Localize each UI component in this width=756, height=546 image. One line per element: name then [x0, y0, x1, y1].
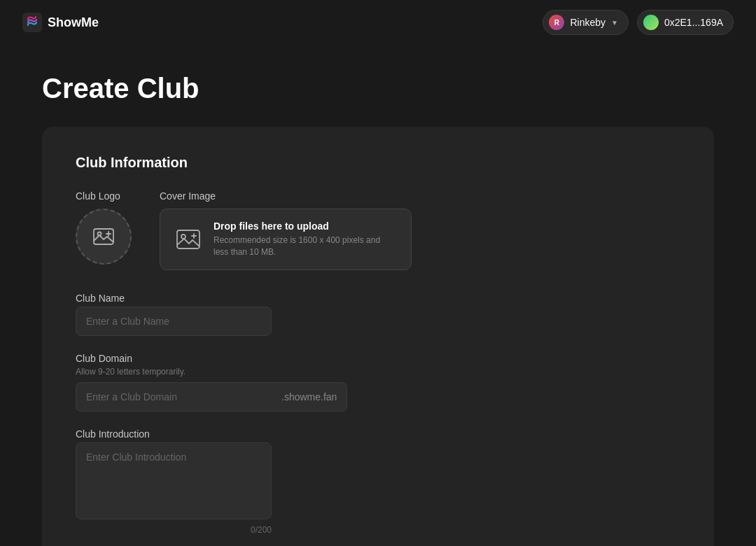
svg-rect-1 — [94, 229, 113, 244]
network-badge[interactable]: R Rinkeby ▼ — [542, 10, 629, 35]
header-right: R Rinkeby ▼ 0x2E1...169A — [542, 10, 734, 35]
image-upload-icon — [92, 225, 115, 248]
domain-row: .showme.fan — [76, 382, 680, 412]
cover-image-label: Cover Image — [160, 190, 412, 202]
club-intro-textarea[interactable] — [76, 442, 272, 519]
wallet-dot-icon — [643, 15, 659, 30]
wallet-address: 0x2E1...169A — [664, 17, 723, 28]
club-introduction-group: Club Introduction 0/200 — [76, 428, 680, 535]
network-avatar-letter: R — [554, 19, 559, 27]
svg-point-4 — [181, 234, 186, 239]
cover-image-group: Cover Image Drop files here to upload Re… — [160, 190, 412, 270]
network-name: Rinkeby — [570, 17, 606, 28]
club-domain-group: Club Domain Allow 9-20 letters temporari… — [76, 353, 680, 412]
page-title: Create Club — [42, 73, 714, 104]
club-intro-label: Club Introduction — [76, 428, 680, 440]
cover-upload-text: Drop files here to upload Recommended si… — [214, 220, 397, 258]
cover-upload-icon-wrap — [174, 225, 202, 253]
wallet-badge: 0x2E1...169A — [637, 10, 734, 35]
char-count: 0/200 — [76, 525, 272, 535]
club-domain-label: Club Domain — [76, 353, 680, 364]
chevron-down-icon: ▼ — [611, 19, 618, 27]
main-content: Create Club Club Information Club Logo C… — [0, 45, 756, 546]
cover-image-icon — [176, 227, 201, 252]
club-domain-hint: Allow 9-20 letters temporarily. — [76, 367, 680, 377]
svg-rect-3 — [177, 230, 200, 248]
cover-drop-title: Drop files here to upload — [214, 220, 397, 232]
svg-rect-0 — [22, 13, 42, 32]
club-logo-label: Club Logo — [76, 190, 132, 202]
club-name-input[interactable] — [76, 307, 272, 336]
club-domain-input[interactable] — [76, 382, 272, 412]
cover-upload-button[interactable]: Drop files here to upload Recommended si… — [160, 209, 412, 270]
header: ShowMe R Rinkeby ▼ 0x2E1...169A — [0, 0, 756, 45]
logo-text: ShowMe — [48, 15, 99, 30]
club-logo-group: Club Logo — [76, 190, 132, 265]
club-name-group: Club Name — [76, 293, 680, 336]
cover-drop-hint: Recommended size is 1600 x 400 pixels an… — [214, 234, 397, 258]
logo-area: ShowMe — [22, 13, 99, 32]
logo-icon — [22, 13, 42, 32]
section-title: Club Information — [76, 155, 680, 171]
network-avatar: R — [549, 15, 564, 30]
club-information-card: Club Information Club Logo Cover Image — [42, 127, 714, 546]
domain-suffix: .showme.fan — [272, 382, 347, 412]
upload-row: Club Logo Cover Image — [76, 190, 680, 270]
club-name-label: Club Name — [76, 293, 680, 304]
logo-upload-button[interactable] — [76, 209, 132, 265]
